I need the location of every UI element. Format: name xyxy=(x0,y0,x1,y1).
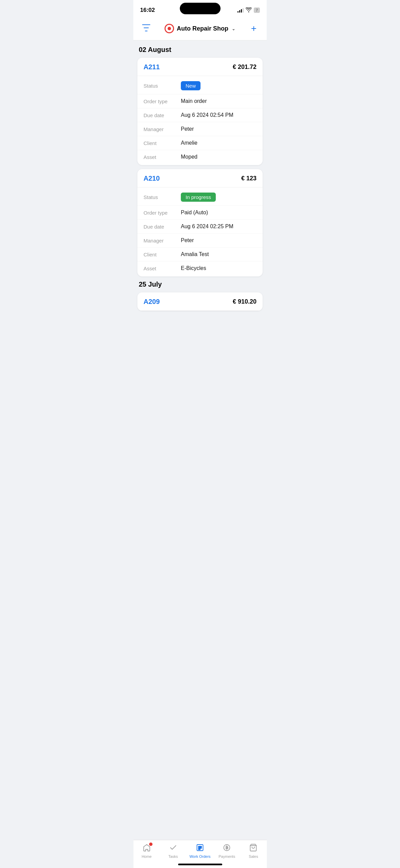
asset-row-a210: Asset E-Bicycles xyxy=(137,261,263,275)
order-id-a209: A209 xyxy=(144,298,160,306)
order-id-a210: A210 xyxy=(144,175,160,182)
date-heading-august: 02 August xyxy=(137,46,263,54)
manager-row-a211: Manager Peter xyxy=(137,122,263,136)
status-label-a210: Status xyxy=(144,194,181,200)
card-header-a211: A211 € 201.72 xyxy=(137,58,263,76)
status-bar: 16:02 7 xyxy=(133,0,267,18)
add-button[interactable]: + xyxy=(248,22,260,35)
shop-name: Auto Repair Shop xyxy=(177,25,228,32)
status-badge-a210: In progress xyxy=(181,193,216,202)
header: Auto Repair Shop ⌄ + xyxy=(133,18,267,40)
manager-label-a210: Manager xyxy=(144,238,181,243)
filter-icon xyxy=(142,24,150,33)
card-header-a210: A210 € 123 xyxy=(137,169,263,187)
client-value-a210: Amalia Test xyxy=(181,251,209,257)
asset-value-a211: Moped xyxy=(181,154,197,160)
card-header-a209: A209 € 910.20 xyxy=(137,292,263,311)
order-type-label-a211: Order type xyxy=(144,98,181,104)
status-row-a211: Status New xyxy=(137,77,263,94)
client-value-a211: Amelie xyxy=(181,140,197,146)
order-type-row-a210: Order type Paid (Auto) xyxy=(137,206,263,220)
manager-value-a211: Peter xyxy=(181,126,194,132)
order-card-a211[interactable]: A211 € 201.72 Status New Order type Main… xyxy=(137,58,263,165)
client-label-a211: Client xyxy=(144,140,181,146)
order-amount-a210: € 123 xyxy=(241,175,256,182)
order-amount-a209: € 910.20 xyxy=(233,298,256,305)
order-id-a211: A211 xyxy=(144,63,160,71)
client-label-a210: Client xyxy=(144,252,181,257)
notch xyxy=(180,3,221,14)
card-body-a211: Status New Order type Main order Due dat… xyxy=(137,76,263,165)
asset-value-a210: E-Bicycles xyxy=(181,265,206,271)
asset-label-a210: Asset xyxy=(144,266,181,271)
wifi-icon xyxy=(246,7,252,13)
client-row-a210: Client Amalia Test xyxy=(137,248,263,261)
asset-label-a211: Asset xyxy=(144,154,181,160)
status-icons: 7 xyxy=(237,7,260,13)
manager-value-a210: Peter xyxy=(181,237,194,243)
battery-icon: 7 xyxy=(254,7,260,13)
client-row-a211: Client Amelie xyxy=(137,136,263,150)
order-type-value-a211: Main order xyxy=(181,98,207,104)
main-content: 02 August A211 € 201.72 Status New Order… xyxy=(133,40,267,350)
manager-label-a211: Manager xyxy=(144,126,181,132)
due-date-value-a210: Aug 6 2024 02:25 PM xyxy=(181,223,233,230)
filter-button[interactable] xyxy=(140,22,152,35)
order-type-value-a210: Paid (Auto) xyxy=(181,210,208,216)
due-date-label-a211: Due date xyxy=(144,112,181,118)
order-amount-a211: € 201.72 xyxy=(233,64,256,71)
order-card-a209[interactable]: A209 € 910.20 xyxy=(137,292,263,311)
due-date-label-a210: Due date xyxy=(144,224,181,230)
status-time: 16:02 xyxy=(140,7,155,14)
date-heading-july: 25 July xyxy=(137,281,263,288)
order-card-a210[interactable]: A210 € 123 Status In progress Order type… xyxy=(137,169,263,276)
due-date-row-a210: Due date Aug 6 2024 02:25 PM xyxy=(137,220,263,234)
status-row-a210: Status In progress xyxy=(137,189,263,206)
status-label-a211: Status xyxy=(144,83,181,89)
shop-selector[interactable]: Auto Repair Shop ⌄ xyxy=(165,24,235,33)
brand-logo xyxy=(165,24,174,33)
due-date-row-a211: Due date Aug 6 2024 02:54 PM xyxy=(137,108,263,122)
plus-icon: + xyxy=(251,24,256,33)
asset-row-a211: Asset Moped xyxy=(137,150,263,164)
card-body-a210: Status In progress Order type Paid (Auto… xyxy=(137,187,263,276)
signal-bars xyxy=(237,8,244,13)
status-badge-a211: New xyxy=(181,81,201,90)
chevron-down-icon: ⌄ xyxy=(232,26,235,31)
due-date-value-a211: Aug 6 2024 02:54 PM xyxy=(181,112,233,118)
order-type-label-a210: Order type xyxy=(144,210,181,216)
manager-row-a210: Manager Peter xyxy=(137,234,263,248)
order-type-row-a211: Order type Main order xyxy=(137,94,263,108)
